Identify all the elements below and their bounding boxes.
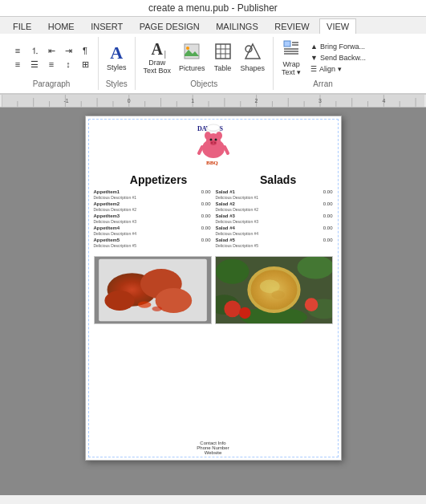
tab-insert[interactable]: INSERT xyxy=(84,19,129,34)
svg-point-57 xyxy=(211,142,213,144)
align-left-button[interactable]: ≡ xyxy=(10,58,26,71)
tab-file[interactable]: FILE xyxy=(6,19,38,34)
svg-point-1 xyxy=(186,47,189,50)
ruler-marks: -1 0 1 2 3 4 xyxy=(2,95,424,107)
list-item: Salad #2 0.00 xyxy=(216,201,333,206)
ribbon: ≡ ⒈ ⇤ ⇥ ¶ ≡ ☰ ≡ ↕ ⊞ Paragraph A xyxy=(0,34,426,95)
wrap-text-icon xyxy=(282,39,300,59)
paragraph-group: ≡ ⒈ ⇤ ⇥ ¶ ≡ ☰ ≡ ↕ ⊞ Paragraph xyxy=(5,37,99,90)
styles-group: A Styles Styles xyxy=(99,37,136,90)
tab-home[interactable]: HOME xyxy=(42,19,81,34)
table-button[interactable]: Table xyxy=(210,41,236,74)
list-item: Delicious Description #3 xyxy=(94,219,211,224)
footer-website: Website xyxy=(94,450,333,455)
svg-text:2: 2 xyxy=(255,98,258,104)
list-item: Salad #4 0.00 xyxy=(216,226,333,230)
section-headings: Appetizers Salads xyxy=(94,173,333,186)
shapes-button[interactable]: Shapes xyxy=(237,41,269,74)
styles-group-label: Styles xyxy=(106,79,128,90)
align-button[interactable]: ☰ Align ▾ xyxy=(309,64,367,74)
svg-rect-9 xyxy=(284,41,290,47)
bring-forward-icon: ▲ xyxy=(310,43,318,51)
publisher-page: DAVID'S xyxy=(85,116,342,461)
line-spacing-button[interactable]: ↕ xyxy=(60,58,76,71)
svg-text:-1: -1 xyxy=(63,98,68,104)
svg-text:1: 1 xyxy=(191,98,194,104)
align-icon: ☰ xyxy=(310,65,317,73)
wrap-text-button[interactable]: WrapText ▾ xyxy=(278,37,304,78)
svg-point-69 xyxy=(104,291,134,311)
tab-page-design[interactable]: PAGE DESIGN xyxy=(133,19,206,34)
svg-point-73 xyxy=(216,259,249,284)
list-item: Delicious Description #3 xyxy=(216,219,333,224)
page-header: DAVID'S xyxy=(94,123,333,169)
svg-text:0: 0 xyxy=(128,98,131,104)
logo-area: DAVID'S xyxy=(193,123,233,167)
tab-view[interactable]: VIEW xyxy=(319,18,356,34)
svg-point-54 xyxy=(209,139,212,141)
menu-columns: AppetItem1 0.00 Delicious Description #1… xyxy=(94,189,333,250)
wrap-text-label: WrapText ▾ xyxy=(282,60,301,76)
list-item: Delicious Description #5 xyxy=(94,243,211,248)
page-footer: Contact Info Phone Number Website xyxy=(94,441,333,455)
send-backward-label: Send Backw... xyxy=(320,54,366,62)
svg-point-78 xyxy=(224,300,241,317)
list-item: AppetItem1 0.00 xyxy=(94,189,211,194)
list-item: Delicious Description #1 xyxy=(216,195,333,200)
salads-heading: Salads xyxy=(260,173,296,186)
align-label: Align ▾ xyxy=(319,65,342,73)
list-item: AppetItem5 0.00 xyxy=(94,238,211,242)
svg-point-84 xyxy=(271,291,285,299)
appetizers-heading: Appetizers xyxy=(130,173,188,186)
increase-indent-button[interactable]: ⇥ xyxy=(60,44,76,57)
svg-point-70 xyxy=(137,301,151,307)
paragraph-label: Paragraph xyxy=(33,79,71,90)
ribbon-tab-bar: FILE HOME INSERT PAGE DESIGN MAILINGS RE… xyxy=(0,17,426,34)
list-item: Salad #3 0.00 xyxy=(216,213,333,218)
salads-column: Salad #1 0.00 Delicious Description #1 S… xyxy=(216,189,333,250)
align-right-button[interactable]: ≡ xyxy=(43,58,59,71)
svg-point-53 xyxy=(216,132,222,140)
show-formatting-button[interactable]: ¶ xyxy=(77,44,93,57)
list-item: Delicious Description #4 xyxy=(94,231,211,236)
appetizers-column: AppetItem1 0.00 Delicious Description #1… xyxy=(94,189,211,250)
svg-text:BBQ: BBQ xyxy=(206,160,218,166)
send-backward-button[interactable]: ▼ Send Backw... xyxy=(309,53,367,63)
paragraph-buttons: ≡ ⒈ ⇤ ⇥ ¶ ≡ ☰ ≡ ↕ ⊞ xyxy=(10,37,93,78)
svg-line-59 xyxy=(199,147,202,153)
table-icon xyxy=(214,43,232,63)
svg-point-80 xyxy=(239,307,251,319)
borders-button[interactable]: ⊞ xyxy=(77,58,93,71)
list-item: AppetItem4 0.00 xyxy=(94,226,211,230)
title-bar: create a menu.pub - Publisher xyxy=(0,0,426,17)
decrease-indent-button[interactable]: ⇤ xyxy=(43,44,59,57)
arrange-group-label: Arran xyxy=(313,79,332,90)
pictures-button[interactable]: Pictures xyxy=(176,41,209,74)
draw-text-box-icon: A | xyxy=(152,41,163,57)
tab-mailings[interactable]: MAILINGS xyxy=(209,19,265,34)
numbering-button[interactable]: ⒈ xyxy=(26,44,43,57)
pictures-label: Pictures xyxy=(179,64,205,72)
ruler: -1 0 1 2 3 4 xyxy=(0,95,426,108)
salad-photo xyxy=(215,256,333,324)
list-item: AppetItem2 0.00 xyxy=(94,201,211,206)
title-text: create a menu.pub - Publisher xyxy=(148,2,278,14)
bullets-button[interactable]: ≡ xyxy=(10,44,26,57)
list-item: Delicious Description #4 xyxy=(216,231,333,236)
styles-icon: A xyxy=(110,44,123,62)
bring-forward-button[interactable]: ▲ Bring Forwa... xyxy=(309,42,367,51)
table-label: Table xyxy=(214,64,232,72)
list-item: Delicious Description #5 xyxy=(216,243,333,248)
align-center-button[interactable]: ☰ xyxy=(26,58,43,71)
styles-button[interactable]: A Styles xyxy=(103,43,130,73)
list-item: Salad #1 0.00 xyxy=(216,189,333,194)
shapes-label: Shapes xyxy=(241,64,266,72)
tab-review[interactable]: REVIEW xyxy=(268,19,315,34)
canvas-area[interactable]: DAVID'S xyxy=(0,108,426,495)
bring-forward-label: Bring Forwa... xyxy=(320,43,365,51)
svg-point-58 xyxy=(214,142,216,144)
list-item: Delicious Description #2 xyxy=(216,207,333,212)
svg-rect-2 xyxy=(216,44,230,59)
draw-text-box-button[interactable]: A | DrawText Box xyxy=(140,39,175,76)
arrange-stack: ▲ Bring Forwa... ▼ Send Backw... ☰ Align… xyxy=(309,42,367,74)
